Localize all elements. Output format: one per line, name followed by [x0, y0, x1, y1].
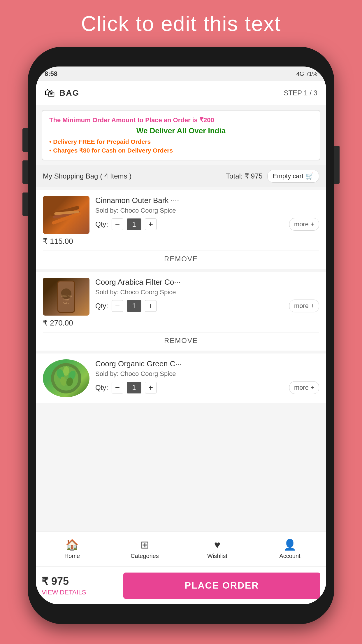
product-row: Coorg Organic Green C··· Sold by: Choco …	[43, 359, 319, 397]
qty-value: 1	[127, 382, 141, 393]
empty-cart-label: Empty cart	[273, 172, 303, 180]
bag-summary-right: Total: ₹ 975 Empty cart 🛒	[226, 170, 319, 183]
more-button[interactable]: more +	[289, 381, 319, 394]
phone-screen: 8:58 4G 71% 🛍 BAG STEP 1 / 3 The Minimum…	[36, 66, 326, 604]
product-image: Arabica Filter Coffee	[43, 278, 89, 316]
bottom-price-section: ₹ 975 VIEW DETAILS	[36, 575, 123, 596]
product-price: ₹ 270.00	[43, 318, 319, 328]
wishlist-icon: ♥	[214, 539, 220, 551]
bottom-nav: 🏠 Home ⊞ Categories ♥ Wishlist 👤 Account	[36, 531, 326, 566]
product-name: Coorg Organic Green C···	[95, 359, 319, 368]
bag-summary: My Shopping Bag ( 4 Items ) Total: ₹ 975…	[36, 165, 326, 187]
qty-decrease-button[interactable]: −	[112, 382, 123, 393]
qty-decrease-button[interactable]: −	[112, 218, 123, 230]
empty-cart-button[interactable]: Empty cart 🛒	[267, 170, 319, 183]
qty-label: Qty:	[95, 302, 108, 310]
remove-button[interactable]: REMOVE	[164, 337, 198, 345]
home-icon: 🏠	[66, 539, 79, 551]
product-seller: Sold by: Choco Coorg Spice	[95, 370, 319, 378]
banner-min-order: The Minimum Order Amount to Place an Ord…	[49, 116, 313, 124]
bag-items-count: My Shopping Bag ( 4 Items )	[43, 172, 131, 180]
categories-icon: ⊞	[140, 539, 149, 551]
qty-value: 1	[127, 300, 141, 312]
qty-row: Qty: − 1 + more +	[95, 381, 319, 394]
bag-icon: 🛍	[45, 87, 55, 99]
product-name: Cinnamon Outer Bark ····	[95, 196, 319, 205]
status-bar: 8:58 4G 71%	[36, 66, 326, 81]
bag-title: BAG	[59, 88, 79, 98]
qty-label: Qty:	[95, 384, 108, 392]
qty-increase-button[interactable]: +	[145, 382, 157, 393]
nav-account-label: Account	[279, 553, 300, 559]
app-header: 🛍 BAG STEP 1 / 3	[36, 81, 326, 105]
product-row: Cinnamon Outer Bark ···· Sold by: Choco …	[43, 196, 319, 234]
qty-row: Qty: − 1 + more +	[95, 300, 319, 312]
banner-cod-charges: • Charges ₹80 for Cash on Delivery Order…	[49, 147, 313, 154]
step-indicator: STEP 1 / 3	[284, 89, 317, 97]
qty-label: Qty:	[95, 220, 108, 228]
product-details: Cinnamon Outer Bark ···· Sold by: Choco …	[95, 196, 319, 234]
product-name: Coorg Arabica Filter Co···	[95, 278, 319, 287]
product-price: ₹ 115.00	[43, 237, 319, 246]
nav-home[interactable]: 🏠 Home	[36, 539, 108, 559]
empty-cart-icon: 🛒	[306, 172, 314, 180]
product-details: Coorg Arabica Filter Co··· Sold by: Choc…	[95, 278, 319, 316]
qty-increase-button[interactable]: +	[145, 218, 157, 230]
status-time: 8:58	[45, 70, 57, 78]
nav-wishlist[interactable]: ♥ Wishlist	[181, 539, 254, 559]
remove-button[interactable]: REMOVE	[164, 255, 198, 263]
qty-increase-button[interactable]: +	[145, 300, 157, 312]
banner-cod-amount: ₹80	[79, 147, 90, 154]
nav-categories-label: Categories	[131, 553, 159, 559]
nav-account[interactable]: 👤 Account	[254, 539, 326, 559]
remove-row: REMOVE	[43, 251, 319, 263]
product-card: Cinnamon Outer Bark ···· Sold by: Choco …	[36, 190, 326, 269]
qty-row: Qty: − 1 + more +	[95, 218, 319, 231]
product-image	[43, 359, 89, 397]
nav-categories[interactable]: ⊞ Categories	[108, 539, 181, 559]
product-image	[43, 196, 89, 234]
banner-delivery-india: We Deliver All Over India	[49, 126, 313, 135]
product-details: Coorg Organic Green C··· Sold by: Choco …	[95, 359, 319, 397]
qty-decrease-button[interactable]: −	[112, 300, 123, 312]
status-right: 4G 71%	[296, 71, 317, 77]
bag-total: Total: ₹ 975	[226, 172, 263, 180]
product-card: Coorg Organic Green C··· Sold by: Choco …	[36, 354, 326, 403]
nav-home-label: Home	[64, 553, 80, 559]
qty-value: 1	[127, 218, 141, 230]
total-price: ₹ 975	[42, 575, 117, 587]
place-order-button[interactable]: PLACE ORDER	[123, 573, 320, 599]
banner-amount: ₹200	[199, 116, 214, 124]
remove-row: REMOVE	[43, 332, 319, 345]
phone-frame: 8:58 4G 71% 🛍 BAG STEP 1 / 3 The Minimum…	[28, 47, 334, 624]
nav-wishlist-label: Wishlist	[207, 553, 227, 559]
page-title[interactable]: Click to edit this text	[0, 0, 362, 44]
view-details-link[interactable]: VIEW DETAILS	[42, 589, 117, 596]
product-row: Arabica Filter Coffee Coorg Arabica Filt…	[43, 278, 319, 316]
network-info: 4G 71%	[296, 71, 317, 77]
svg-text:Coffee: Coffee	[63, 302, 70, 304]
more-button[interactable]: more +	[289, 218, 319, 231]
info-banner: The Minimum Order Amount to Place an Ord…	[42, 110, 320, 160]
product-seller: Sold by: Choco Coorg Spice	[95, 207, 319, 214]
svg-point-9	[61, 288, 71, 299]
app-content: 🛍 BAG STEP 1 / 3 The Minimum Order Amoun…	[36, 81, 326, 604]
banner-free: FREE	[79, 138, 95, 145]
product-seller: Sold by: Choco Coorg Spice	[95, 288, 319, 296]
product-card: Arabica Filter Coffee Coorg Arabica Filt…	[36, 272, 326, 351]
account-icon: 👤	[283, 539, 296, 551]
bottom-bar: ₹ 975 VIEW DETAILS PLACE ORDER	[36, 566, 326, 604]
more-button[interactable]: more +	[289, 300, 319, 312]
banner-free-delivery: • Delivery FREE for Prepaid Orders	[49, 138, 313, 145]
app-header-left: 🛍 BAG	[45, 87, 79, 99]
